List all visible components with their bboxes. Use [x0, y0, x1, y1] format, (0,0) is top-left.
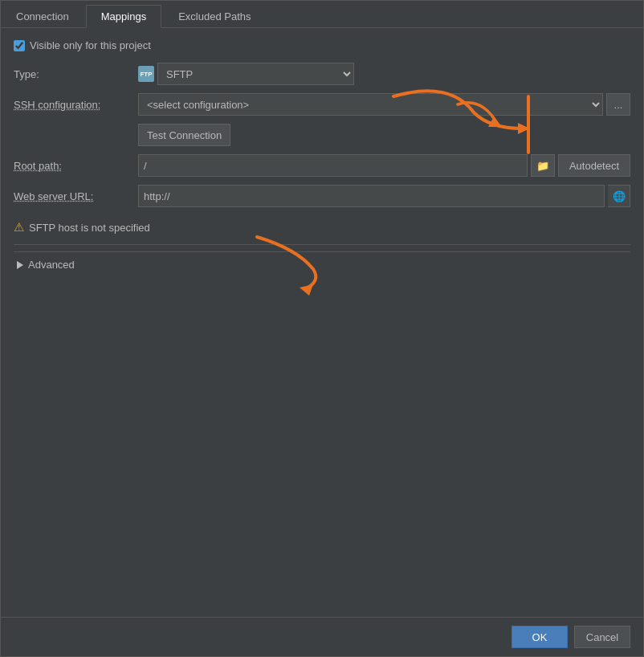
dialog-content: Visible only for this project Type: FTP … [1, 28, 643, 617]
tab-bar: Connection Mappings Excluded Paths [1, 1, 643, 28]
warning-text: SFTP host is not specified [29, 222, 150, 234]
web-server-url-input[interactable] [138, 185, 605, 207]
test-connection-button[interactable]: Test Connection [138, 124, 230, 146]
folder-button[interactable]: 📁 [531, 154, 555, 177]
root-path-input[interactable] [138, 154, 528, 177]
ssh-controls: <select configuration> ... [138, 93, 630, 116]
globe-button[interactable]: 🌐 [608, 185, 630, 207]
type-select[interactable]: SFTP FTP FTPS WebDAV [157, 63, 354, 85]
ssh-config-row: SSH configuration: <select configuration… [14, 93, 630, 116]
advanced-label: Advanced [28, 259, 75, 271]
ssh-ellipsis-button[interactable]: ... [606, 93, 630, 116]
web-server-url-row: Web server URL: 🌐 [14, 185, 630, 207]
folder-icon: 📁 [536, 160, 549, 172]
ok-button[interactable]: OK [512, 626, 568, 648]
ssh-config-label: SSH configuration: [14, 99, 138, 111]
bottom-bar: OK Cancel [1, 617, 643, 656]
separator [14, 244, 630, 245]
warning-row: ⚠ SFTP host is not specified [14, 220, 630, 235]
tab-excluded-paths[interactable]: Excluded Paths [163, 5, 266, 28]
type-controls: FTP SFTP FTP FTPS WebDAV [138, 63, 630, 85]
sftp-icon: FTP [138, 66, 154, 82]
web-server-url-label: Web server URL: [14, 190, 138, 202]
test-connection-row: Test Connection [138, 124, 630, 146]
type-select-wrap: FTP SFTP FTP FTPS WebDAV [138, 63, 354, 85]
root-path-row: Root path: 📁 Autodetect [14, 154, 630, 177]
tab-mappings[interactable]: Mappings [86, 5, 161, 28]
tab-connection[interactable]: Connection [1, 5, 84, 28]
ssh-config-select[interactable]: <select configuration> [138, 93, 603, 116]
warning-icon: ⚠ [14, 220, 24, 235]
root-path-label: Root path: [14, 160, 138, 172]
url-controls: 🌐 [138, 185, 630, 207]
advanced-triangle-icon [17, 261, 23, 269]
type-row: Type: FTP SFTP FTP FTPS WebDAV [14, 63, 630, 85]
type-label: Type: [14, 68, 138, 80]
content-spacer [14, 274, 630, 606]
cancel-button[interactable]: Cancel [574, 626, 630, 648]
globe-icon: 🌐 [613, 190, 626, 202]
autodetect-button[interactable]: Autodetect [558, 154, 630, 177]
advanced-row[interactable]: Advanced [14, 251, 630, 274]
visible-only-label: Visible only for this project [30, 39, 151, 51]
visible-only-row: Visible only for this project [14, 39, 630, 51]
root-path-controls: 📁 Autodetect [138, 154, 630, 177]
visible-only-checkbox[interactable] [14, 40, 25, 51]
